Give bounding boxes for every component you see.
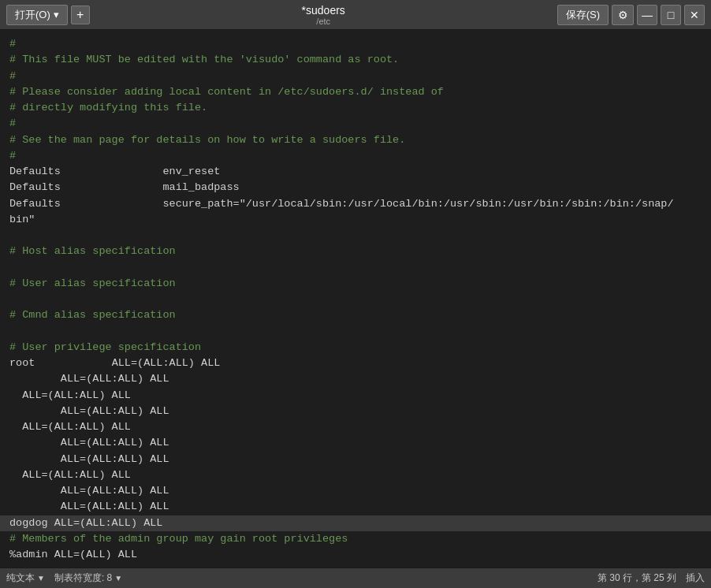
- indent-arrow: ▼: [114, 574, 122, 582]
- minimize-button[interactable]: —: [637, 5, 657, 25]
- gear-icon: ⚙: [618, 9, 628, 21]
- open-menu-arrow: ▾: [54, 9, 59, 20]
- close-button[interactable]: ✕: [684, 5, 705, 25]
- indent-selector[interactable]: 制表符宽度: 8 ▼: [54, 571, 122, 585]
- open-menu-label: 打开(O): [15, 8, 50, 22]
- new-tab-label: +: [76, 8, 84, 22]
- format-label: 纯文本: [6, 571, 35, 585]
- titlebar-left: 打开(O) ▾ +: [6, 5, 90, 25]
- file-title: *sudoers: [302, 4, 345, 17]
- cursor-position: 第 30 行，第 25 列: [597, 571, 676, 585]
- titlebar-center: *sudoers /etc: [90, 4, 557, 26]
- indent-label: 制表符宽度: 8: [54, 571, 112, 585]
- editor-content[interactable]: # # This file MUST be edited with the 'v…: [0, 33, 711, 568]
- save-button[interactable]: 保存(S): [557, 5, 609, 25]
- open-menu-button[interactable]: 打开(O) ▾: [6, 5, 68, 25]
- statusbar-right: 第 30 行，第 25 列 插入: [597, 571, 705, 585]
- settings-button[interactable]: ⚙: [612, 5, 634, 25]
- format-selector[interactable]: 纯文本 ▼: [6, 571, 45, 585]
- statusbar-left: 纯文本 ▼ 制表符宽度: 8 ▼: [6, 571, 122, 585]
- statusbar: 纯文本 ▼ 制表符宽度: 8 ▼ 第 30 行，第 25 列 插入: [0, 568, 711, 588]
- insert-mode: 插入: [686, 571, 705, 585]
- editor-area[interactable]: # # This file MUST be edited with the 'v…: [0, 30, 711, 568]
- titlebar-right: 保存(S) ⚙ — □ ✕: [557, 5, 705, 25]
- titlebar: 打开(O) ▾ + *sudoers /etc 保存(S) ⚙ — □ ✕: [0, 0, 711, 30]
- new-tab-button[interactable]: +: [71, 6, 90, 24]
- maximize-button[interactable]: □: [661, 5, 681, 25]
- format-arrow: ▼: [37, 574, 45, 582]
- file-path: /etc: [316, 17, 330, 26]
